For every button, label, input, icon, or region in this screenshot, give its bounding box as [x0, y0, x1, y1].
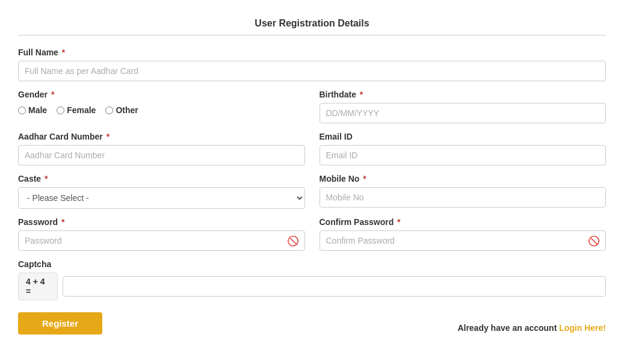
password-input[interactable] — [18, 230, 305, 251]
aadhar-label: Aadhar Card Number * — [18, 132, 305, 141]
login-prompt: Already have an account Login Here! — [457, 323, 606, 333]
confirm-password-label: Confirm Password * — [320, 217, 607, 227]
gender-male-option[interactable]: Male — [18, 105, 47, 115]
caste-label: Caste * — [18, 174, 305, 184]
full-name-input[interactable] — [18, 61, 606, 81]
gender-label: Gender * — [18, 90, 305, 99]
birthdate-label: Birthdate * — [320, 90, 607, 99]
caste-required: * — [45, 174, 48, 184]
confirm-password-wrapper: 🚫 — [320, 230, 607, 251]
birthdate-required: * — [360, 90, 363, 99]
gender-female-radio[interactable] — [57, 106, 64, 114]
confirm-password-input[interactable] — [320, 230, 607, 251]
aadhar-input[interactable] — [18, 145, 305, 165]
already-account-text: Already have an account — [457, 323, 557, 333]
gender-other-option[interactable]: Other — [105, 105, 138, 115]
gender-group: Male Female Other — [18, 105, 305, 119]
email-label: Email ID — [320, 132, 607, 141]
full-name-label: Full Name * — [18, 48, 606, 57]
password-wrapper: 🚫 — [18, 230, 305, 251]
mobile-required: * — [363, 174, 366, 184]
gender-male-radio[interactable] — [18, 106, 26, 114]
gender-other-label: Other — [116, 105, 138, 115]
gender-female-label: Female — [67, 105, 96, 115]
password-toggle-icon[interactable]: 🚫 — [287, 235, 299, 247]
aadhar-required: * — [107, 132, 110, 141]
email-input[interactable] — [320, 145, 607, 165]
gender-female-option[interactable]: Female — [57, 105, 96, 115]
birthdate-input[interactable] — [320, 103, 607, 123]
captcha-label: Captcha — [18, 259, 606, 269]
confirm-password-required: * — [397, 217, 400, 227]
password-required: * — [61, 217, 64, 227]
confirm-password-toggle-icon[interactable]: 🚫 — [588, 235, 600, 247]
gender-required: * — [51, 90, 54, 99]
captcha-row: 4 + 4 = — [18, 273, 606, 300]
login-here-link[interactable]: Login Here! — [559, 323, 606, 333]
page-title: User Registration Details — [255, 18, 369, 28]
mobile-label: Mobile No * — [320, 174, 607, 184]
mobile-input[interactable] — [320, 187, 607, 208]
register-button[interactable]: Register — [18, 312, 102, 335]
captcha-input[interactable] — [63, 276, 606, 297]
caste-select[interactable]: - Please Select - — [18, 187, 305, 209]
gender-other-radio[interactable] — [105, 106, 113, 114]
full-name-required: * — [62, 48, 65, 57]
password-label: Password * — [18, 217, 305, 227]
bottom-row: Register Already have an account Login H… — [18, 312, 606, 343]
gender-male-label: Male — [28, 105, 47, 115]
captcha-expression: 4 + 4 = — [18, 273, 58, 300]
